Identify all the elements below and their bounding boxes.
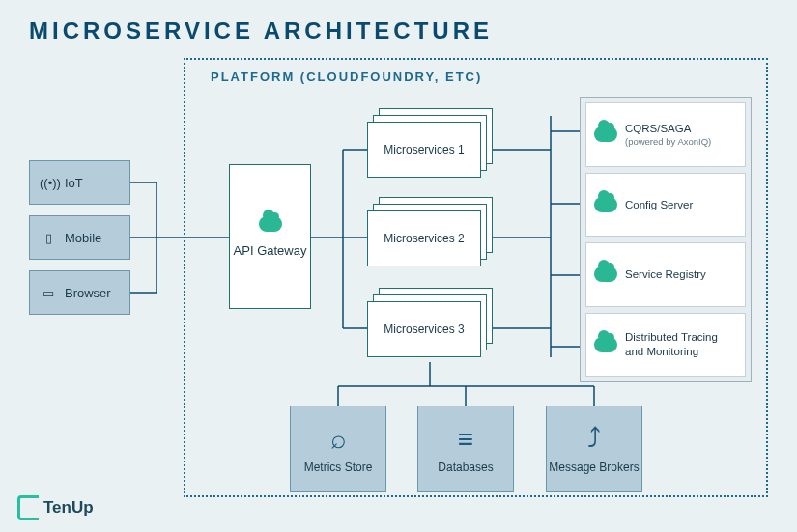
bottom-label: Message Brokers	[549, 461, 639, 474]
service-label: CQRS/SAGA	[625, 123, 691, 134]
magnifier-icon: ⌕	[330, 424, 347, 455]
api-gateway-label: API Gateway	[234, 243, 307, 258]
microservices-2: Microservices 2	[367, 197, 493, 269]
pipe-icon: ⤴	[587, 424, 601, 455]
microservices-3: Microservices 3	[367, 288, 493, 360]
ms-label: Microservices 2	[384, 232, 464, 245]
browser-icon: ▭	[40, 286, 57, 300]
page-title: MICROSERVICE ARCHITECTURE	[29, 17, 493, 44]
client-browser: ▭ Browser	[29, 270, 130, 315]
logo-icon	[17, 495, 39, 520]
message-brokers: ⤴ Message Brokers	[546, 406, 642, 492]
service-label: Config Server	[625, 198, 693, 211]
signal-icon: ((•))	[40, 176, 57, 190]
microservices-1: Microservices 1	[367, 108, 493, 181]
cloud-icon	[259, 216, 282, 232]
client-iot: ((•)) IoT	[29, 160, 130, 205]
service-config: Config Server	[585, 173, 746, 238]
client-label: IoT	[65, 176, 83, 190]
brand-name: TenUp	[43, 498, 94, 518]
service-label: Service Registry	[625, 267, 706, 281]
client-label: Mobile	[65, 231, 101, 245]
databases: ≡ Databases	[417, 406, 514, 492]
brand-logo: TenUp	[17, 495, 94, 520]
bottom-label: Metrics Store	[304, 461, 373, 474]
ms-label: Microservices 1	[384, 143, 464, 156]
service-cqrs: CQRS/SAGA(powered by AxonIQ)	[585, 102, 746, 167]
service-registry: Service Registry	[585, 242, 746, 307]
cloud-icon	[594, 126, 617, 142]
platform-services-panel: CQRS/SAGA(powered by AxonIQ) Config Serv…	[580, 97, 752, 382]
ms-label: Microservices 3	[384, 322, 464, 336]
service-tracing: Distributed Tracing and Monitoring	[585, 313, 746, 378]
client-label: Browser	[65, 286, 111, 300]
client-mobile: ▯ Mobile	[29, 215, 130, 260]
mobile-icon: ▯	[40, 231, 57, 245]
service-label: Distributed Tracing and Monitoring	[625, 330, 737, 358]
api-gateway: API Gateway	[229, 164, 311, 309]
service-sublabel: (powered by AxonIQ)	[625, 136, 711, 148]
metrics-store: ⌕ Metrics Store	[290, 406, 386, 492]
platform-label: PLATFORM (CLOUDFOUNDRY, ETC)	[211, 70, 482, 84]
database-icon: ≡	[458, 424, 473, 455]
cloud-icon	[594, 266, 617, 282]
cloud-icon	[594, 197, 617, 212]
cloud-icon	[594, 337, 617, 352]
bottom-label: Databases	[438, 461, 493, 474]
